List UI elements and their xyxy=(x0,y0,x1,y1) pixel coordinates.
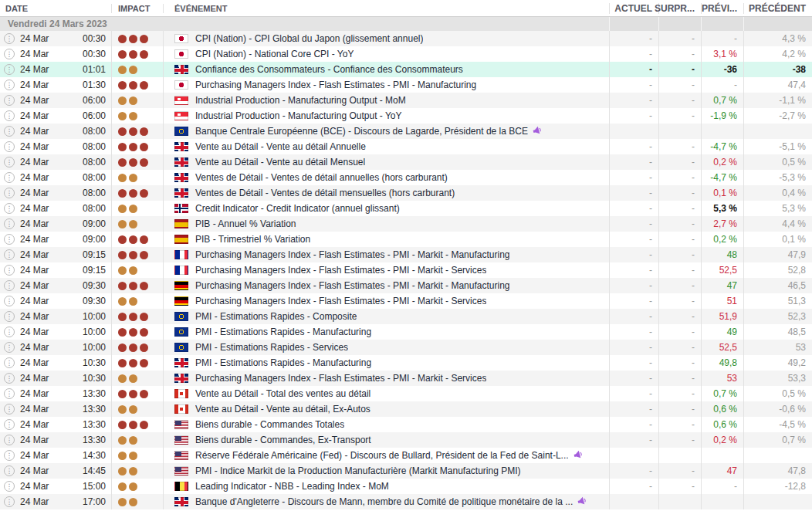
info-icon[interactable]: ⋮ xyxy=(4,404,15,415)
info-icon[interactable]: ⋮ xyxy=(4,496,15,507)
event-name: Purchasing Managers Index - Flash Estima… xyxy=(195,296,486,306)
impact-dot-medium xyxy=(129,405,137,414)
info-icon[interactable]: ⋮ xyxy=(4,327,15,337)
info-icon[interactable]: ⋮ xyxy=(4,249,15,260)
info-icon[interactable]: ⋮ xyxy=(4,126,15,137)
sg-flag-icon xyxy=(174,111,188,120)
row-date: 24 Mar xyxy=(20,188,49,198)
previous-value: 0,7 % xyxy=(743,432,812,448)
impact-dot-medium xyxy=(129,96,137,105)
info-icon[interactable]: ⋮ xyxy=(4,373,15,384)
table-row[interactable]: ⋮ 24 Mar 10:00 PMI - Estimations Rapides… xyxy=(0,309,812,324)
table-row[interactable]: ⋮ 24 Mar 10:30 PMI - Estimations Rapides… xyxy=(0,355,812,371)
info-icon[interactable]: ⋮ xyxy=(4,265,15,276)
table-row[interactable]: ⋮ 24 Mar 08:00 Banque Centrale Européenn… xyxy=(0,124,812,139)
table-row[interactable]: ⋮ 24 Mar 01:30 Purchasing Managers Index… xyxy=(0,77,812,93)
info-icon[interactable]: ⋮ xyxy=(4,141,15,152)
table-row[interactable]: ⋮ 24 Mar 13:30 Biens durable - Commandes… xyxy=(0,432,812,448)
surprise-value: - xyxy=(658,154,701,170)
table-row[interactable]: ⋮ 24 Mar 14:45 PMI - Indice Markit de la… xyxy=(0,463,812,479)
impact-indicator xyxy=(111,247,163,262)
impact-indicator xyxy=(111,417,163,432)
table-row[interactable]: ⋮ 24 Mar 09:00 PIB - Annuel % Variation … xyxy=(0,216,812,232)
impact-dot-high xyxy=(118,390,127,398)
info-icon[interactable]: ⋮ xyxy=(4,157,15,168)
info-icon[interactable]: ⋮ xyxy=(4,481,15,492)
info-icon[interactable]: ⋮ xyxy=(4,80,15,90)
info-icon[interactable]: ⋮ xyxy=(4,419,15,430)
fr-flag-icon xyxy=(174,250,188,259)
table-row[interactable]: ⋮ 24 Mar 09:00 PIB - Trimestriel % Varia… xyxy=(0,232,812,247)
surprise-value: - xyxy=(658,247,701,262)
row-date: 24 Mar xyxy=(20,357,49,368)
event-name: Credit Indicator - Credit Indicator (ann… xyxy=(195,203,400,214)
table-row[interactable]: ⋮ 24 Mar 00:30 CPI (Nation) - CPI Global… xyxy=(0,31,812,46)
surprise-value: - xyxy=(658,31,701,46)
actual-value xyxy=(609,124,658,139)
row-time: 08:00 xyxy=(83,203,111,214)
actual-value: - xyxy=(609,46,658,62)
column-header-actual[interactable]: ACTUEL xyxy=(609,3,658,14)
actual-value: - xyxy=(609,309,658,324)
table-row[interactable]: ⋮ 24 Mar 08:00 Vente au Détail - Vente a… xyxy=(0,154,812,170)
table-row[interactable]: ⋮ 24 Mar 10:30 Purchasing Managers Index… xyxy=(0,371,812,386)
table-row[interactable]: ⋮ 24 Mar 14:30 Réserve Fédérale Américai… xyxy=(0,448,812,463)
info-icon[interactable]: ⋮ xyxy=(4,234,15,245)
column-header-event[interactable]: ÉVÉNEMENT xyxy=(163,4,609,13)
info-icon[interactable]: ⋮ xyxy=(4,280,15,291)
info-icon[interactable]: ⋮ xyxy=(4,95,15,106)
table-row[interactable]: ⋮ 24 Mar 08:00 Ventes de Détail - Ventes… xyxy=(0,170,812,185)
row-time: 08:00 xyxy=(83,141,111,152)
info-icon[interactable]: ⋮ xyxy=(4,49,15,59)
row-date: 24 Mar xyxy=(20,157,49,168)
table-row[interactable]: ⋮ 24 Mar 10:00 PMI - Estimations Rapides… xyxy=(0,340,812,355)
table-row[interactable]: ⋮ 24 Mar 13:30 Biens durable - Commandes… xyxy=(0,417,812,432)
info-icon[interactable]: ⋮ xyxy=(4,450,15,461)
impact-dot-medium xyxy=(118,266,127,275)
table-row[interactable]: ⋮ 24 Mar 06:00 Industrial Production - M… xyxy=(0,93,812,108)
table-row[interactable]: ⋮ 24 Mar 08:00 Credit Indicator - Credit… xyxy=(0,201,812,216)
table-row[interactable]: ⋮ 24 Mar 08:00 Vente au Détail - Vente a… xyxy=(0,139,812,154)
column-header-date[interactable]: DATE xyxy=(0,4,111,13)
row-time: 15:00 xyxy=(83,481,111,492)
table-row[interactable]: ⋮ 24 Mar 08:00 Ventes de Détail - Ventes… xyxy=(0,185,812,201)
impact-dot-medium xyxy=(129,436,137,445)
es-flag-icon xyxy=(174,235,188,244)
table-row[interactable]: ⋮ 24 Mar 13:30 Vente au Détail - Total d… xyxy=(0,386,812,401)
info-icon[interactable]: ⋮ xyxy=(4,218,15,229)
info-icon[interactable]: ⋮ xyxy=(4,342,15,353)
table-row[interactable]: ⋮ 24 Mar 13:30 Vente au Détail - Vente a… xyxy=(0,401,812,417)
table-row[interactable]: ⋮ 24 Mar 09:15 Purchasing Managers Index… xyxy=(0,247,812,262)
info-icon[interactable]: ⋮ xyxy=(4,465,15,476)
column-header-impact[interactable]: IMPACT xyxy=(111,4,163,13)
surprise-value: - xyxy=(658,46,701,62)
column-header-previous[interactable]: PRÉCÉDENT xyxy=(743,3,812,14)
info-icon[interactable]: ⋮ xyxy=(4,110,15,121)
table-row[interactable]: ⋮ 24 Mar 15:00 Leading Indicator - NBB -… xyxy=(0,479,812,494)
info-icon[interactable]: ⋮ xyxy=(4,203,15,214)
info-icon[interactable]: ⋮ xyxy=(4,188,15,198)
table-row[interactable]: ⋮ 24 Mar 10:00 PMI - Estimations Rapides… xyxy=(0,324,812,340)
column-header-surprise[interactable]: SURPR... xyxy=(658,3,701,14)
forecast-value: 51,9 xyxy=(701,309,743,324)
table-row[interactable]: ⋮ 24 Mar 17:00 Banque d'Angleterre - Dis… xyxy=(0,494,812,509)
table-row[interactable]: ⋮ 24 Mar 09:15 Purchasing Managers Index… xyxy=(0,262,812,278)
table-row[interactable]: ⋮ 24 Mar 09:30 Purchasing Managers Index… xyxy=(0,278,812,293)
impact-dot-medium xyxy=(118,66,127,74)
info-icon[interactable]: ⋮ xyxy=(4,33,15,44)
info-icon[interactable]: ⋮ xyxy=(4,435,15,445)
info-icon[interactable]: ⋮ xyxy=(4,357,15,368)
table-row[interactable]: ⋮ 24 Mar 00:30 CPI (Nation) - National C… xyxy=(0,46,812,62)
table-row[interactable]: ⋮ 24 Mar 06:00 Industrial Production - M… xyxy=(0,108,812,124)
table-row[interactable]: ⋮ 24 Mar 09:30 Purchasing Managers Index… xyxy=(0,293,812,309)
table-row[interactable]: ⋮ 24 Mar 01:01 Confiance des Consommateu… xyxy=(0,62,812,77)
info-icon[interactable]: ⋮ xyxy=(4,311,15,322)
info-icon[interactable]: ⋮ xyxy=(4,296,15,306)
info-icon[interactable]: ⋮ xyxy=(4,172,15,183)
gb-flag-icon xyxy=(174,142,188,151)
info-icon[interactable]: ⋮ xyxy=(4,388,15,399)
info-icon[interactable]: ⋮ xyxy=(4,64,15,75)
forecast-value: 0,2 % xyxy=(701,154,743,170)
impact-dot-high xyxy=(129,81,137,90)
column-header-forecast[interactable]: PRÉVI... xyxy=(701,3,743,14)
